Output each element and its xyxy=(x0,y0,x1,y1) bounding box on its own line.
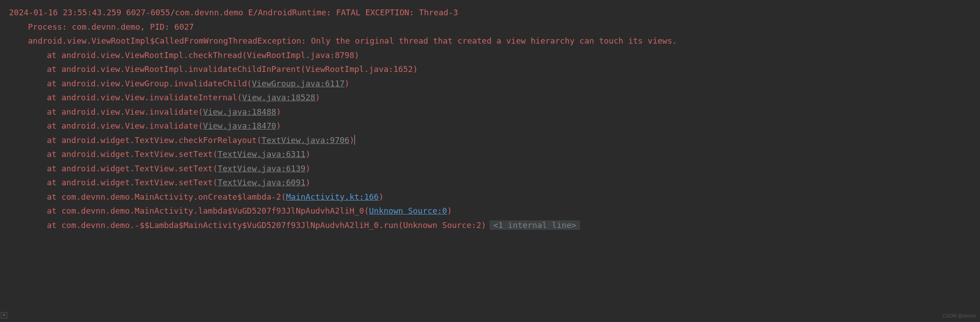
stack-file-link[interactable]: TextView.java:9706 xyxy=(262,135,349,145)
stack-method: android.widget.TextView.setText xyxy=(62,178,213,187)
at-keyword: at xyxy=(47,220,62,230)
tag: E/AndroidRuntime: xyxy=(248,8,331,17)
stack-frame: at android.view.View.invalidate(View.jav… xyxy=(9,119,980,133)
expand-icon[interactable]: + xyxy=(1,312,7,318)
stack-method: android.view.ViewRootImpl.invalidateChil… xyxy=(62,64,301,74)
at-keyword: at xyxy=(47,93,62,102)
at-keyword: at xyxy=(47,164,62,173)
watermark: CSDN @devnn xyxy=(943,312,976,320)
at-keyword: at xyxy=(47,178,62,187)
stack-file-link[interactable]: ViewGroup.java:6117 xyxy=(252,79,345,88)
stack-file-link[interactable]: View.java:18470 xyxy=(203,121,277,130)
stack-frame: at android.view.View.invalidate(View.jav… xyxy=(9,105,980,119)
fatal-message: FATAL EXCEPTION: Thread-3 xyxy=(336,8,458,17)
stack-frame: at android.view.ViewGroup.invalidateChil… xyxy=(9,76,980,91)
stack-frame: at android.view.ViewRootImpl.invalidateC… xyxy=(9,62,980,76)
stack-frame: at android.view.View.invalidateInternal(… xyxy=(9,90,980,105)
stack-method: android.widget.TextView.setText xyxy=(62,164,213,173)
internal-line-badge[interactable]: <1 internal line> xyxy=(490,220,580,230)
stack-method: com.devnn.demo.-$$Lambda$MainActivity$Vu… xyxy=(62,220,399,230)
stack-frame: at com.devnn.demo.MainActivity.lambda$Vu… xyxy=(9,204,980,218)
at-keyword: at xyxy=(47,149,62,159)
log-header: 2024-01-16 23:55:43.259 6027-6055/com.de… xyxy=(9,5,980,20)
stack-frame: at android.view.ViewRootImpl.checkThread… xyxy=(9,48,980,63)
stack-frame: at com.devnn.demo.-$$Lambda$MainActivity… xyxy=(9,218,980,233)
stack-method: com.devnn.demo.MainActivity.lambda$VuGD5… xyxy=(62,206,364,215)
stack-trace: at android.view.ViewRootImpl.checkThread… xyxy=(9,48,980,233)
stack-file-link[interactable]: Unknown Source:0 xyxy=(369,206,447,215)
at-keyword: at xyxy=(47,192,62,201)
stack-file-link[interactable]: MainActivity.kt:166 xyxy=(286,192,379,201)
stack-file-link: ViewRootImpl.java:1652 xyxy=(305,64,413,74)
stack-file-link[interactable]: TextView.java:6311 xyxy=(218,149,305,159)
stack-method: android.view.View.invalidate xyxy=(62,121,198,130)
stack-frame: at android.widget.TextView.setText(TextV… xyxy=(9,147,980,161)
at-keyword: at xyxy=(47,107,62,116)
package: com.devnn.demo xyxy=(175,8,243,17)
stack-method: android.view.View.invalidateInternal xyxy=(62,93,237,102)
timestamp: 2024-01-16 23:55:43.259 xyxy=(9,8,121,17)
stack-frame: at android.widget.TextView.setText(TextV… xyxy=(9,175,980,190)
text-cursor xyxy=(354,135,355,145)
stack-file-link[interactable]: View.java:18528 xyxy=(242,93,316,102)
process-line: Process: com.devnn.demo, PID: 6027 xyxy=(9,20,980,34)
stack-file-link: Unknown Source:2 xyxy=(403,220,481,230)
at-keyword: at xyxy=(47,50,62,60)
at-keyword: at xyxy=(47,121,62,130)
stack-file-link[interactable]: View.java:18488 xyxy=(203,107,277,116)
stack-method: com.devnn.demo.MainActivity.onCreate$lam… xyxy=(62,192,281,201)
at-keyword: at xyxy=(47,135,62,145)
stack-method: android.view.ViewRootImpl.checkThread xyxy=(62,50,242,60)
stack-frame: at com.devnn.demo.MainActivity.onCreate$… xyxy=(9,190,980,204)
stack-method: android.widget.TextView.setText xyxy=(62,149,213,159)
at-keyword: at xyxy=(47,64,62,74)
stack-frame: at android.widget.TextView.setText(TextV… xyxy=(9,161,980,176)
exception-line: android.view.ViewRootImpl$CalledFromWron… xyxy=(9,34,980,48)
at-keyword: at xyxy=(47,79,62,88)
stack-method: android.view.ViewGroup.invalidateChild xyxy=(62,79,247,88)
pids: 6027-6055 xyxy=(126,8,170,17)
stack-method: android.view.View.invalidate xyxy=(62,107,198,116)
stack-frame: at android.widget.TextView.checkForRelay… xyxy=(9,133,980,148)
stack-method: android.widget.TextView.checkForRelayout xyxy=(62,135,257,145)
stack-file-link[interactable]: TextView.java:6139 xyxy=(218,164,305,173)
at-keyword: at xyxy=(47,206,62,215)
stack-file-link: ViewRootImpl.java:8798 xyxy=(247,50,354,60)
stack-file-link[interactable]: TextView.java:6091 xyxy=(218,178,305,187)
